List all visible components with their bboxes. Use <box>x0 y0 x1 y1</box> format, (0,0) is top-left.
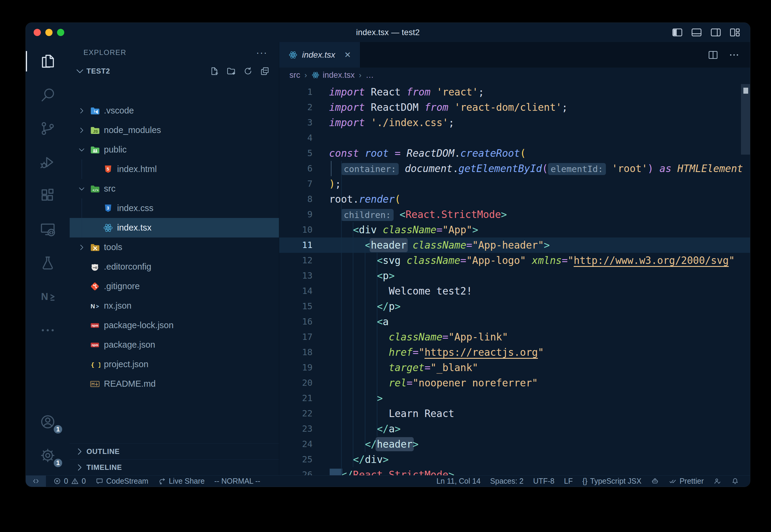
code-line-2[interactable]: 2import ReactDOM from 'react-dom/client'… <box>279 100 750 115</box>
toggle-panel-icon[interactable] <box>691 26 703 38</box>
code-line-25[interactable]: 25 </div> <box>279 452 750 467</box>
status-codestream[interactable]: CodeStream <box>91 476 153 487</box>
collapse-folders-icon[interactable] <box>260 66 270 76</box>
status-eol[interactable]: LF <box>559 476 578 487</box>
activity-accounts-icon[interactable]: 1 <box>26 405 70 439</box>
status-prettier[interactable]: Prettier <box>664 476 709 487</box>
code-editor[interactable]: 1import React from 'react';2import React… <box>279 83 750 475</box>
chevron-right-icon[interactable] <box>75 104 88 117</box>
sidebar-more-icon[interactable]: ··· <box>256 51 268 54</box>
new-file-icon[interactable] <box>209 66 219 76</box>
editor-more-icon[interactable] <box>728 49 740 61</box>
status-vim-mode[interactable]: -- NORMAL -- <box>210 476 265 487</box>
code-line-9[interactable]: 9 children: <React.StrictMode> <box>279 207 750 222</box>
customize-layout-icon[interactable] <box>729 26 741 38</box>
activity-source-control-icon[interactable] <box>26 112 70 145</box>
code-line-17[interactable]: 17 className="App-link" <box>279 329 750 345</box>
code-line-11[interactable]: 11 <header className="App-header"> <box>279 237 750 253</box>
tree-item-package-lock-json[interactable]: npmpackage-lock.json <box>70 316 279 335</box>
breadcrumb-item-0[interactable]: src <box>289 71 300 80</box>
tree-item-readme-md[interactable]: README.md <box>70 374 279 394</box>
code-line-19[interactable]: 19 target="_blank" <box>279 360 750 375</box>
code-line-8[interactable]: 8root.render( <box>279 192 750 207</box>
zoom-window-button[interactable] <box>57 29 64 36</box>
tree-item-public[interactable]: public <box>70 140 279 159</box>
tree-item-index-css[interactable]: 3index.css <box>70 198 279 218</box>
code-line-22[interactable]: 22 Learn React <box>279 406 750 421</box>
split-editor-icon[interactable] <box>707 49 719 61</box>
chevron-down-icon[interactable] <box>75 143 88 156</box>
code-line-4[interactable]: 4 <box>279 130 750 146</box>
status-notifications[interactable] <box>726 476 744 487</box>
breadcrumb-item-2[interactable]: … <box>366 71 374 80</box>
status-encoding[interactable]: UTF-8 <box>528 476 559 487</box>
breadcrumb-item-1[interactable]: index.tsx <box>311 71 355 80</box>
minimize-window-button[interactable] <box>45 29 53 36</box>
code-line-6[interactable]: 6 container: document.getElementById(ele… <box>279 161 750 176</box>
code-line-12[interactable]: 12 <svg className="App-logo" xmlns="http… <box>279 253 750 268</box>
activity-search-icon[interactable] <box>26 78 70 112</box>
code-line-13[interactable]: 13 <p> <box>279 268 750 283</box>
tree-item-index-tsx[interactable]: index.tsx <box>70 218 279 237</box>
tree-item-tools[interactable]: tools <box>70 237 279 257</box>
code-line-7[interactable]: 7); <box>279 176 750 192</box>
tree-item--gitignore[interactable]: .gitignore <box>70 277 279 296</box>
activity-explorer-icon[interactable] <box>26 44 70 78</box>
panel-outline[interactable]: OUTLINE <box>70 443 279 459</box>
activity-settings-icon[interactable]: 1 <box>26 439 70 472</box>
code-line-15[interactable]: 15 </p> <box>279 299 750 314</box>
status-indentation[interactable]: Spaces: 2 <box>485 476 528 487</box>
vertical-scrollbar[interactable] <box>741 84 750 155</box>
status-feedback[interactable] <box>709 476 726 487</box>
tree-item-project-json[interactable]: { }project.json <box>70 355 279 374</box>
tree-item-label: tools <box>104 242 122 252</box>
new-folder-icon[interactable] <box>226 66 236 76</box>
chevron-down-icon[interactable] <box>75 182 88 195</box>
code-line-23[interactable]: 23 </a> <box>279 421 750 437</box>
code-line-20[interactable]: 20 rel="noopener noreferrer" <box>279 375 750 391</box>
status-copilot[interactable] <box>646 476 664 487</box>
tab-index-tsx[interactable]: index.tsx ✕ <box>279 42 360 68</box>
code-line-3[interactable]: 3import './index.css'; <box>279 115 750 130</box>
activity-more-icon[interactable] <box>26 313 70 347</box>
tree-item-src[interactable]: </>src <box>70 179 279 198</box>
tree-item--vscode[interactable]: .vscode <box>70 101 279 120</box>
toggle-secondary-sidebar-icon[interactable] <box>710 26 722 38</box>
close-window-button[interactable] <box>34 29 41 36</box>
tree-item-index-html[interactable]: 5index.html <box>70 159 279 179</box>
activity-run-debug-icon[interactable] <box>26 145 70 179</box>
code-line-18[interactable]: 18 href="https://reactjs.org" <box>279 345 750 360</box>
toggle-primary-sidebar-icon[interactable] <box>671 26 683 38</box>
project-section-header[interactable]: TEST2 <box>70 63 279 79</box>
chevron-right-icon[interactable] <box>75 124 88 137</box>
titlebar[interactable]: index.tsx — test2 <box>26 23 750 42</box>
status-language-mode[interactable]: {}TypeScript JSX <box>578 476 646 487</box>
code-line-26[interactable]: 26 </React.StrictMode> <box>279 467 750 475</box>
code-line-16[interactable]: 16 <a <box>279 314 750 329</box>
code-line-5[interactable]: 5const root = ReactDOM.createRoot( <box>279 146 750 161</box>
refresh-explorer-icon[interactable] <box>243 66 253 76</box>
activity-remote-explorer-icon[interactable] <box>26 213 70 246</box>
tree-item-package-json[interactable]: npmpackage.json <box>70 335 279 355</box>
code-line-14[interactable]: 14 Welcome test2! <box>279 283 750 299</box>
status-cursor-position[interactable]: Ln 11, Col 14 <box>432 476 485 487</box>
tree-item--editorconfig[interactable]: .editorconfig <box>70 257 279 277</box>
activity-testing-icon[interactable] <box>26 246 70 280</box>
close-tab-icon[interactable]: ✕ <box>344 50 351 60</box>
tree-item-label: README.md <box>104 379 156 389</box>
activity-extensions-icon[interactable] <box>26 179 70 213</box>
code-line-21[interactable]: 21 > <box>279 391 750 406</box>
chevron-right-icon[interactable] <box>75 241 88 254</box>
activity-nx-console-icon[interactable]: N <box>26 280 70 313</box>
tree-item-nx-json[interactable]: Nnx.json <box>70 296 279 316</box>
tree-item-node-modules[interactable]: JSnode_modules <box>70 120 279 140</box>
line-number: 2 <box>279 100 329 115</box>
code-line-24[interactable]: 24 </header> <box>279 437 750 452</box>
code-line-10[interactable]: 10 <div className="App"> <box>279 222 750 237</box>
panel-timeline[interactable]: TIMELINE <box>70 459 279 475</box>
status-live-share[interactable]: Live Share <box>153 476 210 487</box>
status-label: CodeStream <box>106 477 148 485</box>
code-line-1[interactable]: 1import React from 'react'; <box>279 84 750 100</box>
status-problems[interactable]: 00 <box>48 476 91 487</box>
status-remote-indicator[interactable] <box>26 476 46 487</box>
